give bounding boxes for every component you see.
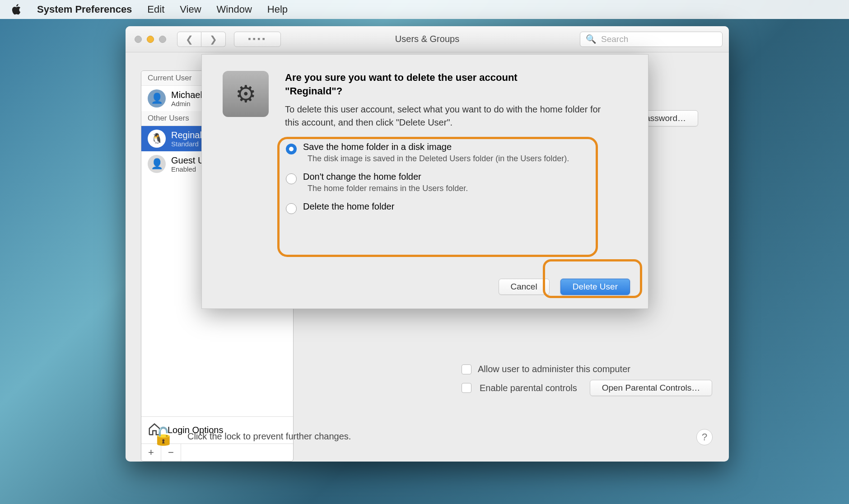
radio-icon xyxy=(286,144,297,154)
back-button[interactable]: ❮ xyxy=(177,32,201,47)
lock-text: Click the lock to prevent further change… xyxy=(187,431,351,442)
menubar: System Preferences Edit View Window Help xyxy=(0,0,849,19)
remove-user-button[interactable]: − xyxy=(161,444,181,461)
minimize-window-icon[interactable] xyxy=(147,36,154,43)
nav-buttons: ❮ ❯ xyxy=(177,32,226,47)
app-name[interactable]: System Preferences xyxy=(37,4,132,15)
help-button[interactable]: ? xyxy=(696,429,713,445)
avatar-icon: 👤 xyxy=(148,89,166,107)
search-icon: 🔍 xyxy=(586,34,597,44)
avatar-icon: 🐧 xyxy=(148,130,166,148)
cancel-button[interactable]: Cancel xyxy=(499,279,550,295)
traffic-lights xyxy=(135,36,166,43)
option-dont-change[interactable]: Don't change the home folder The home fo… xyxy=(286,172,627,193)
search-input[interactable]: 🔍 Search xyxy=(580,32,723,47)
parental-checkbox[interactable] xyxy=(462,383,471,393)
parental-label: Enable parental controls xyxy=(480,383,577,393)
titlebar: ❮ ❯ ▪▪▪▪ Users & Groups 🔍 Search xyxy=(126,26,729,52)
user-name: Michael xyxy=(171,90,202,100)
avatar-icon: 👤 xyxy=(148,155,166,173)
radio-icon xyxy=(286,173,297,184)
forward-button[interactable]: ❯ xyxy=(201,32,226,47)
apple-menu-icon[interactable] xyxy=(11,4,22,15)
option-delete-folder[interactable]: Delete the home folder xyxy=(286,201,627,214)
window-title: Users & Groups xyxy=(395,34,459,44)
gear-icon: ⚙ xyxy=(223,71,269,117)
option-label: Don't change the home folder xyxy=(303,172,468,182)
menu-help[interactable]: Help xyxy=(267,4,288,15)
add-user-button[interactable]: + xyxy=(141,444,161,461)
detail-checks: Allow user to administer this computer E… xyxy=(462,359,712,401)
delete-user-dialog: ⚙ Are you sure you want to delete the us… xyxy=(201,54,648,309)
dialog-title: Are you sure you want to delete the user… xyxy=(285,71,574,98)
delete-user-button[interactable]: Delete User xyxy=(560,279,630,295)
option-save-disk-image[interactable]: Save the home folder in a disk image The… xyxy=(286,142,627,163)
user-role: Admin xyxy=(171,100,202,107)
radio-icon xyxy=(286,203,297,214)
menu-window[interactable]: Window xyxy=(217,4,252,15)
option-label: Save the home folder in a disk image xyxy=(303,142,569,152)
admin-checkbox[interactable] xyxy=(462,364,471,374)
lock-icon[interactable]: 🔓 xyxy=(153,426,174,446)
menu-view[interactable]: View xyxy=(180,4,201,15)
open-parental-controls-button[interactable]: Open Parental Controls… xyxy=(590,380,713,396)
option-desc: The disk image is saved in the Deleted U… xyxy=(303,154,569,163)
search-placeholder: Search xyxy=(601,34,628,44)
show-all-button[interactable]: ▪▪▪▪ xyxy=(234,32,281,47)
lock-row: 🔓 Click the lock to prevent further chan… xyxy=(153,426,351,446)
option-label: Delete the home folder xyxy=(303,201,394,212)
close-window-icon[interactable] xyxy=(135,36,142,43)
menu-edit[interactable]: Edit xyxy=(147,4,164,15)
home-folder-options: Save the home folder in a disk image The… xyxy=(286,142,627,214)
option-desc: The home folder remains in the Users fol… xyxy=(303,184,468,193)
dialog-instruction: To delete this user account, select what… xyxy=(285,103,615,129)
admin-label: Allow user to administer this computer xyxy=(478,364,630,374)
maximize-window-icon[interactable] xyxy=(159,36,166,43)
